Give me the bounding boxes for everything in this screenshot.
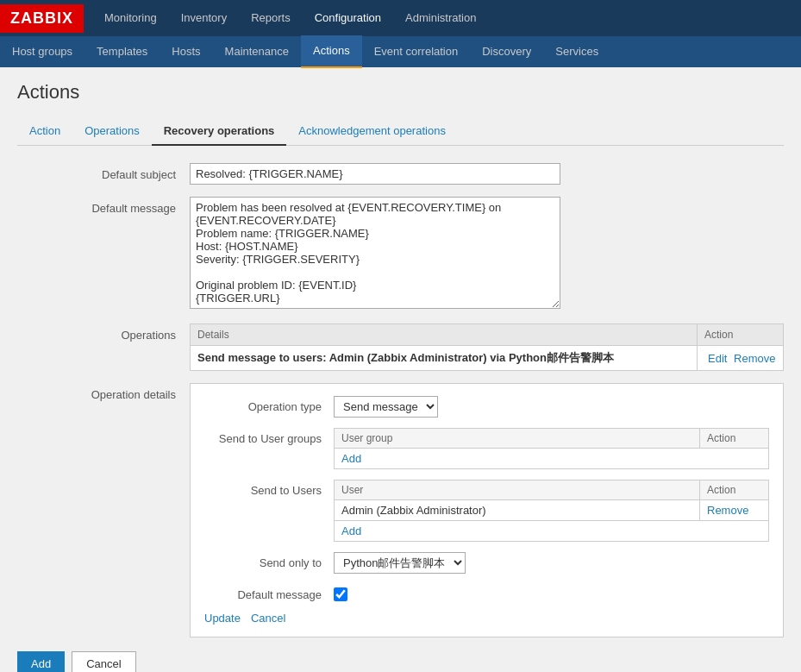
operation-details-label: Operation details — [17, 383, 190, 401]
ops-col-details: Details — [191, 324, 698, 346]
tab-recovery-operations[interactable]: Recovery operations — [152, 117, 287, 146]
update-cancel-links: Update Cancel — [204, 612, 769, 625]
logo: ZABBIX — [0, 4, 84, 33]
add-user-group-link[interactable]: Add — [341, 452, 361, 465]
top-nav-items: Monitoring Inventory Reports Configurati… — [92, 0, 488, 36]
op-type-row: Operation type Send message — [204, 396, 769, 418]
top-nav: ZABBIX Monitoring Inventory Reports Conf… — [0, 0, 801, 36]
default-message-checkbox-row: Default message — [204, 584, 769, 601]
user-groups-table: User group Action Add — [334, 428, 769, 469]
default-message-label: Default message — [17, 197, 190, 215]
ops-row-details: Send message to users: Admin (Zabbix Adm… — [191, 346, 698, 371]
send-to-user-groups-label: Send to User groups — [204, 428, 334, 445]
u-col-user: User — [335, 480, 700, 500]
default-message-row: Default message Problem has been resolve… — [17, 197, 784, 311]
send-only-to-select[interactable]: Python邮件告警脚本 — [334, 552, 466, 574]
send-only-to-label: Send only to — [204, 552, 334, 569]
send-to-users-row: Send to Users User Action — [204, 480, 769, 542]
send-to-user-groups-field: User group Action Add — [334, 428, 769, 469]
ops-col-action: Action — [698, 324, 784, 346]
user-action-cell: Remove — [700, 500, 769, 521]
subnav-services[interactable]: Services — [543, 36, 610, 67]
u-col-action: Action — [700, 480, 769, 500]
bottom-buttons: Add Cancel — [17, 651, 784, 672]
subnav-templates[interactable]: Templates — [84, 36, 160, 67]
operation-details-row: Operation details Operation type Send me… — [17, 383, 784, 637]
table-row: Send message to users: Admin (Zabbix Adm… — [191, 346, 784, 371]
update-link[interactable]: Update — [204, 612, 241, 625]
op-type-select[interactable]: Send message — [334, 396, 438, 418]
subnav-hosts[interactable]: Hosts — [160, 36, 212, 67]
send-to-users-label: Send to Users — [204, 480, 334, 497]
nav-administration[interactable]: Administration — [393, 0, 488, 36]
ug-col-group: User group — [335, 429, 700, 449]
subnav-actions[interactable]: Actions — [301, 35, 362, 68]
nav-configuration[interactable]: Configuration — [303, 0, 393, 36]
send-only-to-field: Python邮件告警脚本 — [334, 552, 769, 574]
checkbox-container — [334, 584, 769, 601]
operations-label: Operations — [17, 323, 190, 342]
page-title: Actions — [17, 81, 784, 104]
default-subject-row: Default subject — [17, 163, 784, 185]
edit-link[interactable]: Edit — [708, 352, 727, 365]
default-message-checkbox-field — [334, 584, 769, 601]
operation-details-field: Operation type Send message Send to User… — [190, 383, 784, 637]
op-type-label: Operation type — [204, 396, 334, 413]
u-add-cell: Add — [335, 521, 769, 542]
ops-row-actions: Edit Remove — [698, 346, 784, 371]
ug-add-cell: Add — [335, 449, 769, 469]
cancel-inline-link[interactable]: Cancel — [251, 612, 285, 625]
add-button[interactable]: Add — [17, 651, 65, 672]
add-user-link[interactable]: Add — [341, 524, 361, 537]
sub-nav: Host groups Templates Hosts Maintenance … — [0, 36, 801, 67]
users-table: User Action Admin (Zabbix Administrator)… — [334, 480, 769, 542]
operations-table: Details Action Send message to users: Ad… — [190, 323, 784, 371]
operations-row: Operations Details Action Send message t… — [17, 323, 784, 371]
cancel-button[interactable]: Cancel — [72, 651, 135, 672]
tab-acknowledgement-operations[interactable]: Acknowledgement operations — [286, 117, 458, 146]
subnav-host-groups[interactable]: Host groups — [0, 36, 84, 67]
tab-action[interactable]: Action — [17, 117, 72, 146]
send-to-user-groups-row: Send to User groups User group Action — [204, 428, 769, 469]
table-row: Add — [335, 449, 769, 469]
default-message-textarea[interactable]: Problem has been resolved at {EVENT.RECO… — [190, 197, 560, 309]
table-row: Admin (Zabbix Administrator) Remove — [335, 500, 769, 521]
subnav-maintenance[interactable]: Maintenance — [213, 36, 301, 67]
table-row: Add — [335, 521, 769, 542]
send-only-to-row: Send only to Python邮件告警脚本 — [204, 552, 769, 574]
default-message-checkbox[interactable] — [334, 587, 347, 601]
subnav-event-correlation[interactable]: Event correlation — [362, 36, 471, 67]
ug-col-action: Action — [700, 429, 769, 449]
remove-user-link[interactable]: Remove — [707, 504, 748, 517]
ops-row-bold: Send message to users: Admin (Zabbix Adm… — [197, 351, 614, 364]
operations-field: Details Action Send message to users: Ad… — [190, 323, 784, 371]
user-name-cell: Admin (Zabbix Administrator) — [335, 500, 700, 521]
default-message-checkbox-label: Default message — [204, 584, 334, 601]
send-to-users-field: User Action Admin (Zabbix Administrator)… — [334, 480, 769, 542]
nav-reports[interactable]: Reports — [239, 0, 303, 36]
tabs: Action Operations Recovery operations Ac… — [17, 117, 784, 146]
nav-monitoring[interactable]: Monitoring — [92, 0, 169, 36]
default-subject-input[interactable] — [190, 163, 560, 185]
page-content: Actions Action Operations Recovery opera… — [0, 67, 801, 672]
operation-details-box: Operation type Send message Send to User… — [190, 383, 784, 637]
default-subject-label: Default subject — [17, 163, 190, 181]
tab-operations[interactable]: Operations — [72, 117, 152, 146]
remove-link[interactable]: Remove — [734, 352, 775, 365]
subnav-discovery[interactable]: Discovery — [470, 36, 543, 67]
default-message-field: Problem has been resolved at {EVENT.RECO… — [190, 197, 784, 311]
nav-inventory[interactable]: Inventory — [169, 0, 239, 36]
default-subject-field — [190, 163, 784, 185]
op-type-field: Send message — [334, 396, 769, 418]
